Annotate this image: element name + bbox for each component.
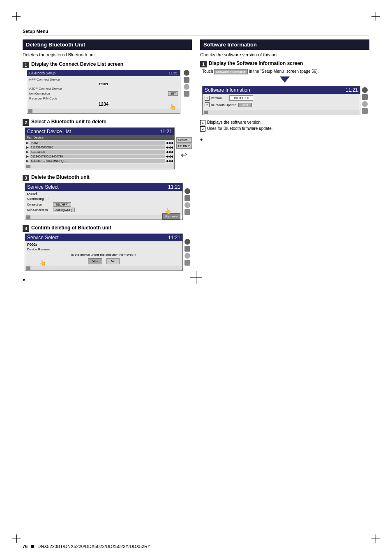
right-step-1-desc: Touch Software Information in the "Setup…: [202, 69, 369, 74]
left-bullet: •: [23, 276, 192, 284]
right-section-title: Software Information: [200, 39, 369, 50]
step1-pin-value: 1234: [29, 101, 178, 107]
step2-header-time: 11:21: [160, 129, 172, 134]
step3-connecting: Connecting · · ·: [27, 197, 180, 201]
step-4: 4 Confirm deleting of Bluetooth unit Ser…: [23, 225, 192, 271]
right-section-desc: Checks the software version of this unit…: [200, 52, 369, 57]
sw-right-icons: [362, 86, 369, 115]
page-bullet: [31, 545, 34, 548]
step2-body: ▶ P902i ◀◀◀ ▶ 11223345455566 ◀◀◀ ▶: [25, 140, 174, 164]
sw-row-1-num: 1: [205, 96, 210, 101]
step3-conn-label: Connection: [27, 203, 52, 206]
sw-row-2-label: Bluetooth Update: [211, 103, 236, 107]
corner-mark-bl: [12, 534, 21, 543]
step2-search-btn[interactable]: Search: [176, 137, 192, 143]
corner-mark-tr: [371, 12, 380, 21]
step-1-screen: Bluetooth Setup 11:21 HFP Connect Device…: [27, 70, 180, 114]
right-arrow-down-container: [200, 76, 369, 84]
step-2-label: Select a Bluetooth unit to delete: [31, 119, 106, 125]
step4-header-time: 11:21: [168, 235, 180, 240]
step3-bottom-bar: [25, 215, 162, 220]
note-2-num: 2: [200, 126, 205, 132]
step2-bottom-bar: [25, 164, 174, 169]
left-section-desc: Deletes the registered Bluetooth unit.: [23, 52, 192, 57]
step4-confirm-msg: Is the device under the selection Remove…: [27, 253, 180, 257]
step4-no-btn[interactable]: No: [106, 258, 120, 264]
step-3-label: Delete the Bluetooth unit: [31, 174, 90, 180]
right-bullet: •: [200, 136, 369, 144]
step2-item-5: ABCDEFGHIJKLMNOPQRS: [30, 159, 165, 163]
step1-hfp-label: HFP Connect Device: [29, 78, 62, 81]
step4-device-remove: Device Remove: [27, 247, 180, 251]
step2-subheader: Pair Device: [25, 135, 174, 140]
step2-item-3: KCES1100: [30, 150, 165, 154]
note-2-text: Uses for Bluetooth firmware update.: [207, 126, 273, 131]
step3-audio-btn[interactable]: Audio(A2DP): [53, 208, 75, 212]
note-1-text: Displays the software version.: [207, 120, 262, 125]
step-3-num: 3: [23, 175, 29, 181]
sw-screen-time: 11:21: [346, 87, 358, 93]
right-sw-screen: Software Information 11:21 1 Version XX.…: [202, 86, 360, 115]
step-4-label: Confirm deleting of Bluetooth unit: [31, 225, 111, 231]
sw-screen-title: Software Information: [205, 87, 250, 93]
step3-screen: Service Select 11:21 P902i Connecting · …: [25, 183, 183, 220]
step4-screen: Service Select 11:21 P902i Device Remove…: [25, 234, 183, 271]
step4-touch-icon: 👆: [39, 259, 46, 266]
step-2-num: 2: [23, 119, 29, 126]
right-step-1: 1 Display the Software Information scree…: [200, 60, 369, 115]
step1-set-btn[interactable]: SET: [168, 91, 178, 96]
step-3: 3 Delete the Bluetooth unit Service Sele…: [23, 174, 192, 220]
sw-notes: 1 Displays the software version. 2 Uses …: [200, 120, 369, 132]
arrow-down-icon: [280, 76, 290, 83]
right-step-1-label: Display the Software Information screen: [209, 60, 303, 66]
setup-menu-header: Setup Menu: [23, 29, 369, 35]
corner-mark-tl: [12, 12, 21, 21]
step-1-num: 1: [23, 62, 29, 68]
step3-header-title: Service Select: [27, 184, 59, 190]
right-touch-btn[interactable]: Software Information: [214, 69, 248, 74]
step2-update-btn[interactable]: UP DN Y: [176, 143, 192, 149]
step3-touch-icon: 👆: [164, 208, 171, 214]
corner-mark-br: [371, 534, 380, 543]
step-2: 2 Select a Bluetooth unit to delete Conn…: [23, 119, 192, 169]
step1-pin-label: Receiver PIN Code: [29, 97, 62, 100]
step2-touch-icon: ↩: [176, 150, 192, 160]
step3-device: P902i: [27, 192, 180, 196]
step2-side-btns: Search UP DN Y ↩: [176, 127, 192, 169]
step3-header-time: 11:21: [168, 184, 180, 190]
step-1: 1 Display the Connect Device List screen…: [23, 61, 192, 114]
step2-screen: Connect Device List 11:21 Pair Device ▶ …: [25, 127, 175, 169]
sw-row-2-num: 2: [205, 102, 210, 107]
page-footer: 76 DNX5220BT/DNX5220/DDX5022/DDX5022Y/DD…: [23, 544, 369, 549]
sw-version-value: XX.XX.XX: [229, 95, 253, 101]
step3-tel-btn[interactable]: TEL(HFP): [53, 202, 71, 207]
step3-right-icons: [184, 183, 192, 220]
step1-hfp-value: P902i: [99, 82, 108, 86]
sw-start-btn[interactable]: Start: [238, 103, 252, 107]
step1-right-icons: [184, 70, 189, 97]
step4-header-title: Service Select: [27, 235, 59, 240]
page-number: 76: [23, 544, 28, 549]
step1-screen-time: 11:21: [168, 71, 178, 75]
step2-item-4: 01234567890123456789: [30, 155, 165, 158]
sw-bottom-bar: [203, 110, 360, 115]
step1-bottom-bar: [27, 109, 180, 113]
right-column: Software Information Checks the software…: [200, 39, 369, 284]
step1-touch-indicator: 👆: [169, 104, 176, 110]
step3-remove-btn[interactable]: Remove: [162, 213, 180, 220]
step4-right-icons: [184, 234, 192, 271]
step4-device: P902i: [27, 243, 180, 247]
step1-screen-title: Bluetooth Setup: [29, 71, 55, 75]
step3-nonconn-label: Non Connection: [27, 208, 52, 211]
step2-header-title: Connect Device List: [27, 129, 71, 134]
right-step-1-num: 1: [200, 61, 207, 67]
step4-yes-btn[interactable]: Yes: [88, 258, 102, 264]
note-1-num: 1: [200, 120, 205, 125]
step2-item-1: P902i: [30, 141, 165, 145]
step-4-num: 4: [23, 225, 29, 232]
step2-item-2: 11223345455566: [30, 146, 165, 149]
step-1-label: Display the Connect Device List screen: [31, 61, 123, 67]
sw-row-1-label: Version: [211, 96, 227, 100]
left-column: Deleting Bluetooth Unit Deletes the regi…: [23, 39, 192, 284]
left-section-title: Deleting Bluetooth Unit: [23, 39, 192, 50]
